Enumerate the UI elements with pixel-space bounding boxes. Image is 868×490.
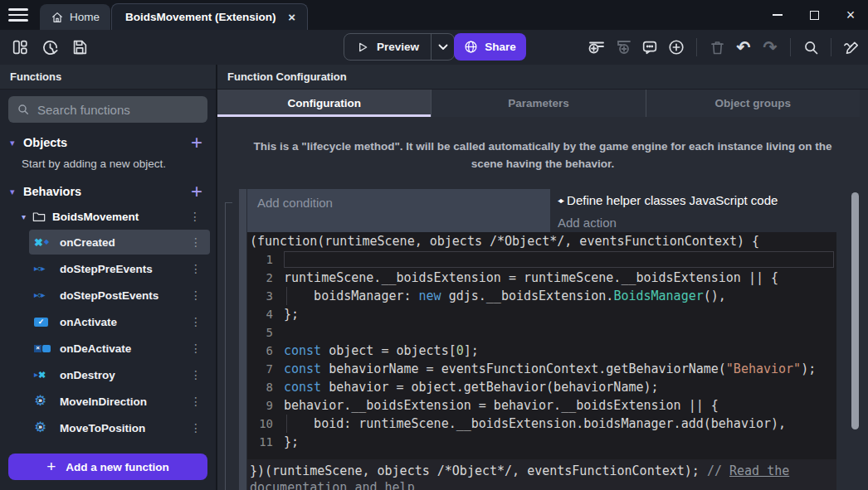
code-line-1[interactable]: 1 [247,250,836,269]
search-icon[interactable] [801,37,821,57]
function-item-onActivate[interactable]: ✓onActivate⋮ [29,309,210,334]
code-line-content[interactable]: runtimeScene.__boidsExtension = runtimeS… [284,269,836,287]
preview-dropdown-button[interactable] [432,34,454,60]
preview-button[interactable]: Preview [344,33,455,61]
code-line-8[interactable]: 8const behavior = object.getBehavior(beh… [247,378,836,396]
add-condition-button[interactable]: Add condition [247,189,550,232]
kebab-menu-icon[interactable]: ⋮ [190,421,202,434]
objects-section-header[interactable]: ▾ Objects + [0,129,216,156]
event-drag-handle[interactable] [239,189,246,490]
plus-icon: + [46,458,56,476]
code-line-11[interactable]: 11}; [247,433,836,451]
tab-object-groups[interactable]: Object groups [646,90,860,117]
kebab-menu-icon[interactable]: ⋮ [190,262,202,275]
share-button[interactable]: Share [454,33,526,61]
tab-parameters[interactable]: Parameters [432,90,646,117]
project-manager-icon[interactable] [10,37,30,57]
code-line-4[interactable]: 4}; [247,305,836,323]
undo-icon[interactable]: ↶ [734,37,753,57]
kebab-menu-icon[interactable]: ⋮ [189,210,201,223]
function-item-MoveToPosition[interactable]: ⚙»MoveToPosition⋮ [29,415,210,440]
content-area: Functions Search functions ▾ Objects + S… [0,65,868,490]
tab-home[interactable]: Home [40,4,110,30]
function-item-doStepPostEvents[interactable]: ▸○▸doStepPostEvents⋮ [29,283,210,308]
main-menu-icon[interactable] [8,8,28,22]
events-scrollbar[interactable] [851,192,859,429]
line-number: 6 [247,342,284,360]
kebab-menu-icon[interactable]: ⋮ [190,395,202,408]
delete-icon[interactable] [707,37,727,57]
code-line-10[interactable]: 10 boid: runtimeScene.__boidsExtension.b… [247,415,836,433]
add-subevent-icon[interactable] [613,37,633,57]
add-circle-icon[interactable] [666,37,686,57]
code-line-content[interactable]: boidsManager: new gdjs.__boidsExtension.… [284,287,836,305]
code-editor[interactable]: (function(runtimeScene, objects /*Object… [247,232,836,459]
kebab-menu-icon[interactable]: ⋮ [190,315,202,328]
code-lines[interactable]: 12runtimeScene.__boidsExtension = runtim… [247,250,836,451]
line-number: 9 [247,396,284,415]
js-code-event[interactable]: Add condition ◂▸ Define helper classes J… [239,189,836,490]
function-item-doStepPreEvents[interactable]: ▸○▸doStepPreEvents⋮ [29,256,210,281]
code-line-7[interactable]: 7const behaviorName = eventsFunctionCont… [247,360,836,378]
code-line-content[interactable] [284,323,836,342]
objects-empty-text: Start by adding a new object. [0,156,216,178]
function-item-onDestroy[interactable]: ▸✖onDestroy⋮ [29,362,210,387]
behaviors-section-header[interactable]: ▾ Behaviors + [0,178,216,205]
close-tab-icon[interactable]: × [286,10,297,24]
code-line-content[interactable]: }; [284,305,836,323]
code-line-2[interactable]: 2runtimeScene.__boidsExtension = runtime… [247,269,836,287]
code-line-content[interactable]: const behavior = object.getBehavior(beha… [284,378,836,396]
code-line-6[interactable]: 6const object = objects[0]; [247,342,836,360]
history-icon[interactable] [40,37,60,57]
kebab-menu-icon[interactable]: ⋮ [190,289,202,302]
kebab-menu-icon[interactable]: ⋮ [190,235,202,249]
toolbar-left-group [10,30,90,65]
event-header: Add condition ◂▸ Define helper classes J… [247,189,836,232]
play-icon [356,41,369,54]
tab-parameters-label: Parameters [508,97,569,109]
code-line-3[interactable]: 3 boidsManager: new gdjs.__boidsExtensio… [247,287,836,305]
collapse-triangle-icon[interactable]: ▾ [10,138,22,148]
tab-boidsmovement[interactable]: BoidsMovement (Extension) × [111,3,308,30]
code-line-content[interactable]: const behaviorName = eventsFunctionConte… [284,360,836,378]
function-name: MoveToPosition [60,422,183,434]
group-chevron-icon[interactable]: ▾ [22,212,26,221]
code-line-5[interactable]: 5 [247,323,836,342]
maximize-icon[interactable] [808,9,820,21]
collapse-triangle-icon[interactable]: ▾ [10,187,22,197]
behavior-group-row[interactable]: ▾ BoidsMovement ⋮ [0,205,216,228]
behavior-group-label: BoidsMovement [52,211,183,223]
add-object-button[interactable]: + [191,133,202,153]
code-line-content[interactable]: }; [284,433,836,451]
code-line-content[interactable]: boid: runtimeScene.__boidsExtension.boid… [284,415,836,433]
add-event-icon[interactable] [587,37,607,57]
function-item-onCreated[interactable]: ✖◆onCreated⋮ [29,230,210,255]
tab-configuration[interactable]: Configuration [217,90,432,117]
search-functions-input[interactable]: Search functions [8,96,207,123]
add-comment-icon[interactable] [640,37,660,57]
function-item-onDeActivate[interactable]: ×onDeActivate⋮ [29,336,210,361]
search-icon [17,103,30,116]
close-icon[interactable]: × [845,9,856,21]
save-icon[interactable] [70,37,90,57]
kebab-menu-icon[interactable]: ⋮ [190,368,202,381]
add-action-button[interactable]: Add action [558,216,836,230]
code-line-9[interactable]: 9behavior.__boidsExtension = behavior.__… [247,396,836,415]
objects-section-title: Objects [23,136,191,149]
search-placeholder: Search functions [37,103,130,117]
code-line-content[interactable]: behavior.__boidsExtension = behavior.__b… [284,396,836,415]
add-behavior-button[interactable]: + [191,182,202,201]
add-function-button[interactable]: + Add a new function [8,454,207,480]
code-line-content[interactable]: const object = objects[0]; [284,342,836,360]
edit-extension-icon[interactable] [841,37,861,57]
function-item-MoveInDirection[interactable]: ⚙»MoveInDirection⋮ [29,389,210,414]
code-line-content[interactable] [284,250,836,269]
behavior-gear-icon: ⚙» [34,421,52,434]
minimize-icon[interactable] [772,9,783,21]
tab-home-label: Home [70,11,100,23]
kebab-menu-icon[interactable]: ⋮ [190,342,202,355]
event-body: Add condition ◂▸ Define helper classes J… [247,189,836,490]
tab-object-groups-label: Object groups [715,97,792,109]
redo-icon[interactable]: ↷ [760,37,780,57]
cursor-line-highlight [284,251,834,268]
